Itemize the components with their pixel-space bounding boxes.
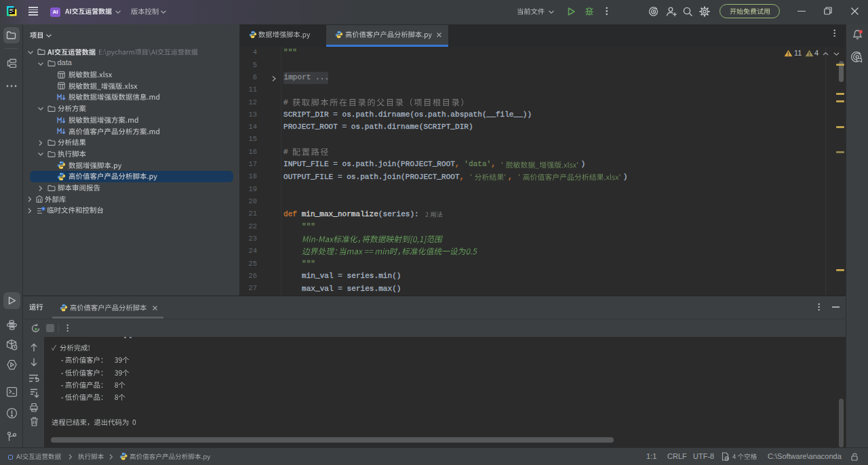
svg-text:PC: PC	[9, 9, 14, 12]
